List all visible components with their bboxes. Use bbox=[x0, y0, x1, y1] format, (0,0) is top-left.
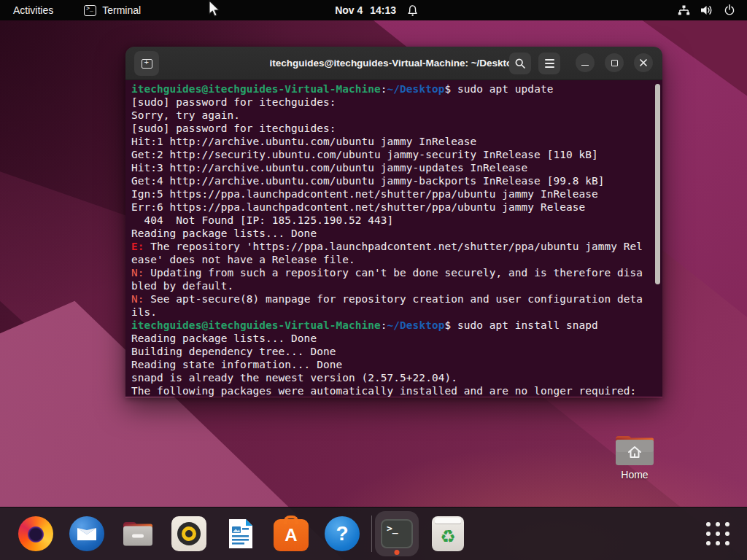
app-menu-label: Terminal bbox=[102, 4, 141, 16]
dock: A ? >_ ♻ bbox=[0, 507, 747, 560]
libreoffice-writer-icon bbox=[222, 516, 258, 551]
search-icon bbox=[514, 58, 526, 69]
dock-item-trash[interactable]: ♻ bbox=[430, 516, 465, 551]
minimize-icon bbox=[581, 65, 589, 66]
dock-item-help[interactable]: ? bbox=[325, 516, 360, 551]
dock-item-libreoffice-writer[interactable] bbox=[222, 516, 258, 551]
activities-button[interactable]: Activities bbox=[0, 0, 66, 20]
show-applications-button[interactable] bbox=[706, 522, 729, 545]
trash-icon: ♻ bbox=[432, 516, 464, 551]
power-icon bbox=[724, 4, 735, 16]
maximize-icon bbox=[611, 60, 618, 66]
files-icon bbox=[120, 516, 155, 551]
dock-item-thunderbird[interactable] bbox=[69, 516, 104, 551]
running-indicator-dot bbox=[395, 550, 400, 555]
home-folder-shortcut[interactable]: Home bbox=[611, 433, 658, 481]
dock-item-firefox[interactable] bbox=[18, 516, 53, 551]
activities-label: Activities bbox=[13, 4, 53, 16]
ubuntu-software-icon: A bbox=[274, 519, 309, 551]
terminal-icon: >_ bbox=[381, 519, 413, 548]
new-tab-icon bbox=[142, 59, 152, 69]
clock-button[interactable]: Nov 4 14:13 bbox=[335, 0, 419, 20]
scrollbar-thumb[interactable] bbox=[655, 84, 660, 284]
maximize-button[interactable] bbox=[605, 53, 624, 72]
app-menu-button[interactable]: Terminal bbox=[77, 0, 148, 20]
system-menu-button[interactable] bbox=[673, 0, 740, 20]
help-icon: ? bbox=[325, 516, 360, 551]
home-folder-label: Home bbox=[611, 469, 658, 481]
minimize-button[interactable] bbox=[576, 53, 595, 72]
menu-button[interactable] bbox=[538, 52, 560, 74]
volume-icon bbox=[700, 4, 713, 16]
terminal-app-icon bbox=[84, 5, 96, 16]
dock-separator bbox=[371, 516, 372, 552]
screen: Activities Terminal Nov 4 14:13 bbox=[0, 0, 747, 560]
dock-item-ubuntu-software[interactable]: A bbox=[274, 516, 309, 551]
notification-bell-icon bbox=[406, 4, 419, 17]
dock-item-rhythmbox[interactable] bbox=[171, 516, 206, 551]
rhythmbox-icon bbox=[171, 516, 206, 551]
firefox-icon bbox=[18, 516, 53, 551]
thunderbird-icon bbox=[69, 516, 104, 551]
app-grid-icon bbox=[706, 522, 711, 526]
new-tab-button[interactable] bbox=[134, 51, 159, 76]
dock-item-files[interactable] bbox=[120, 516, 155, 551]
top-bar: Activities Terminal Nov 4 14:13 bbox=[0, 0, 747, 20]
clock-time: 14:13 bbox=[370, 4, 396, 16]
dock-item-terminal[interactable]: >_ bbox=[375, 511, 419, 556]
terminal-body[interactable]: itechguides@itechguides-Virtual-Machine:… bbox=[125, 80, 662, 397]
window-titlebar[interactable]: itechguides@itechguides-Virtual-Machine:… bbox=[125, 47, 662, 80]
terminal-output: itechguides@itechguides-Virtual-Machine:… bbox=[131, 82, 657, 397]
close-button[interactable] bbox=[634, 53, 653, 72]
hamburger-icon bbox=[545, 59, 554, 61]
close-icon bbox=[639, 58, 648, 67]
network-icon bbox=[678, 5, 690, 16]
home-folder-icon bbox=[614, 433, 656, 467]
terminal-window: itechguides@itechguides-Virtual-Machine:… bbox=[125, 47, 662, 397]
search-button[interactable] bbox=[509, 52, 531, 74]
clock-date: Nov 4 bbox=[335, 4, 363, 16]
